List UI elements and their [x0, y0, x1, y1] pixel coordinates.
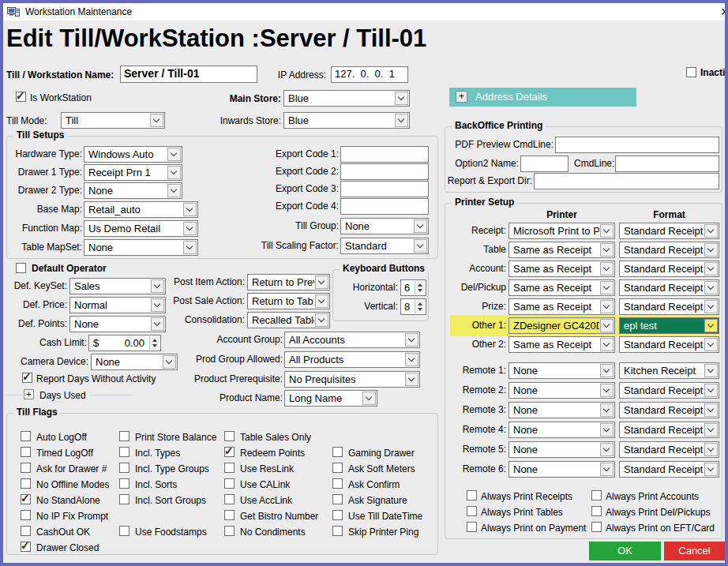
days-used-expander[interactable]: + [24, 389, 34, 399]
checkbox-ask-for-drawer[interactable] [21, 463, 31, 473]
receipt-printer-select[interactable]: Microsoft Print to P [508, 223, 615, 239]
post-item-action-select[interactable]: Return to Prev [247, 274, 330, 290]
remote1-format-select[interactable]: Kitchen Receipt [619, 362, 719, 379]
till-scaling-factor-select[interactable]: Standard [340, 238, 429, 254]
checkbox-gaming-drawer[interactable] [332, 447, 343, 457]
remote5-format-select[interactable]: Standard Receipt [619, 441, 719, 458]
till-group-select[interactable]: None [340, 218, 429, 234]
inwards-store-select[interactable]: Blue [283, 112, 410, 129]
horizontal-stepper[interactable]: 6 [400, 279, 426, 296]
product-prerequisite-select[interactable]: No Prequisites [284, 371, 420, 388]
export-code-1-input[interactable] [340, 146, 429, 163]
checkbox-always-print-tables[interactable] [467, 506, 477, 516]
checkbox-use-till-datetime[interactable] [332, 510, 343, 520]
checkbox-auto-logoff[interactable] [21, 431, 31, 441]
table-format-select[interactable]: Standard Receipt [619, 242, 719, 258]
account-format-select[interactable]: Standard Receipt [619, 261, 719, 277]
checkbox-always-print-del-pickups[interactable] [591, 506, 602, 516]
checkbox-always-print-receipts[interactable] [467, 490, 477, 500]
checkbox-timed-logoff[interactable] [21, 447, 31, 457]
other2-format-select[interactable]: Standard Receipt [619, 336, 719, 353]
checkbox-ask-soft-meters[interactable] [332, 463, 343, 473]
other1-format-select[interactable]: epl test [619, 317, 719, 334]
pdf-preview-cmdline-input[interactable] [555, 137, 719, 153]
checkbox-incl-types[interactable] [119, 447, 129, 457]
remote3-format-select[interactable]: Standard Receipt [619, 402, 719, 418]
stepper-arrows-icon[interactable] [415, 300, 425, 313]
checkbox-always-print-on-eft-card[interactable] [591, 522, 602, 532]
account-printer-select[interactable]: Same as Receipt [508, 261, 615, 277]
cancel-button[interactable]: Cancel [664, 542, 725, 560]
checkbox-ask-signature[interactable] [332, 494, 343, 504]
checkbox-use-calink[interactable] [224, 478, 235, 489]
drawer2-type-select[interactable]: None [84, 182, 182, 199]
cash-limit-stepper[interactable]: $ 0.00 [88, 335, 161, 351]
checkbox-get-bistro-number[interactable] [224, 510, 235, 520]
is-workstation-checkbox[interactable] [16, 92, 26, 102]
hardware-type-select[interactable]: Windows Auto [84, 146, 182, 163]
def-keyset-select[interactable]: Sales [69, 278, 166, 294]
del-pickup-format-select[interactable]: Standard Receipt [619, 279, 719, 296]
remote2-printer-select[interactable]: None [508, 382, 615, 399]
remote6-format-select[interactable]: Standard Receipt [619, 461, 719, 478]
checkbox-incl-type-groups[interactable] [119, 463, 129, 473]
ok-button[interactable]: OK [589, 542, 661, 560]
checkbox-use-foodstamps[interactable] [119, 526, 129, 536]
prize-printer-select[interactable]: Same as Receipt [508, 298, 615, 315]
close-icon[interactable]: ✕ [720, 6, 725, 18]
checkbox-print-store-balance[interactable] [119, 431, 129, 441]
account-group-select[interactable]: All Accounts [284, 332, 420, 348]
till-mode-select[interactable]: Till [61, 112, 165, 129]
drawer1-type-select[interactable]: Receipt Prn 1 [84, 164, 182, 181]
prize-format-select[interactable]: Standard Receipt [619, 298, 719, 315]
camera-device-select[interactable]: None [91, 354, 178, 370]
option2-name-input[interactable] [520, 156, 569, 172]
other1-printer-select[interactable]: ZDesigner GC420D [508, 317, 615, 334]
default-operator-checkbox[interactable] [16, 263, 26, 273]
expand-plus-icon[interactable]: + [456, 91, 467, 103]
def-points-select[interactable]: None [69, 316, 166, 332]
export-code-3-input[interactable] [340, 181, 429, 197]
checkbox-no-ip-fix-prompt[interactable] [21, 510, 31, 520]
product-name-select[interactable]: Long Name [284, 390, 377, 407]
remote3-printer-select[interactable]: None [508, 402, 615, 418]
stepper-arrows-icon[interactable] [149, 336, 159, 350]
checkbox-skip-printer-ping[interactable] [332, 526, 343, 536]
checkbox-no-condiments[interactable] [224, 526, 235, 536]
remote4-printer-select[interactable]: None [508, 422, 615, 438]
checkbox-no-offline-modes[interactable] [21, 478, 31, 489]
remote2-format-select[interactable]: Standard Receipt [619, 382, 719, 399]
checkbox-always-print-on-payment[interactable] [467, 522, 477, 532]
table-mapset-select[interactable]: None [84, 239, 198, 256]
export-code-4-input[interactable] [340, 198, 429, 215]
checkbox-drawer-closed[interactable] [21, 542, 31, 552]
export-code-2-input[interactable] [340, 163, 429, 180]
ip-address-input[interactable]: 127. 0. 0. 1 [331, 66, 408, 83]
checkbox-use-acclink[interactable] [224, 494, 235, 504]
remote5-printer-select[interactable]: None [508, 441, 615, 458]
cmdline-input[interactable] [615, 156, 719, 172]
checkbox-always-print-accounts[interactable] [591, 490, 602, 500]
function-map-select[interactable]: Us Demo Retail [84, 220, 198, 237]
vertical-stepper[interactable]: 8 [400, 298, 426, 315]
table-printer-select[interactable]: Same as Receipt [508, 242, 615, 258]
checkbox-table-sales-only[interactable] [224, 431, 235, 441]
base-map-select[interactable]: Retail_auto [84, 201, 198, 218]
checkbox-no-standalone[interactable] [21, 494, 31, 504]
other2-printer-select[interactable]: Same as Receipt [508, 336, 615, 353]
checkbox-use-reslink[interactable] [224, 463, 235, 473]
checkbox-ask-confirm[interactable] [332, 478, 343, 489]
remote1-printer-select[interactable]: None [508, 362, 615, 379]
prod-group-allowed-select[interactable]: All Products [284, 351, 420, 368]
main-store-select[interactable]: Blue [283, 90, 410, 107]
checkbox-incl-sorts[interactable] [119, 478, 129, 489]
remote4-format-select[interactable]: Standard Receipt [619, 422, 719, 438]
address-details-expander[interactable]: + Address Details [449, 88, 636, 107]
checkbox-redeem-points[interactable] [224, 447, 235, 457]
checkbox-incl-sort-groups[interactable] [119, 494, 129, 504]
remote6-printer-select[interactable]: None [508, 461, 615, 478]
report-days-checkbox[interactable] [22, 373, 32, 383]
consolidation-select[interactable]: Recalled Tables [247, 312, 330, 328]
del-pickup-printer-select[interactable]: Same as Receipt [508, 279, 615, 296]
workstation-name-input[interactable]: Server / Till-01 [120, 66, 257, 83]
